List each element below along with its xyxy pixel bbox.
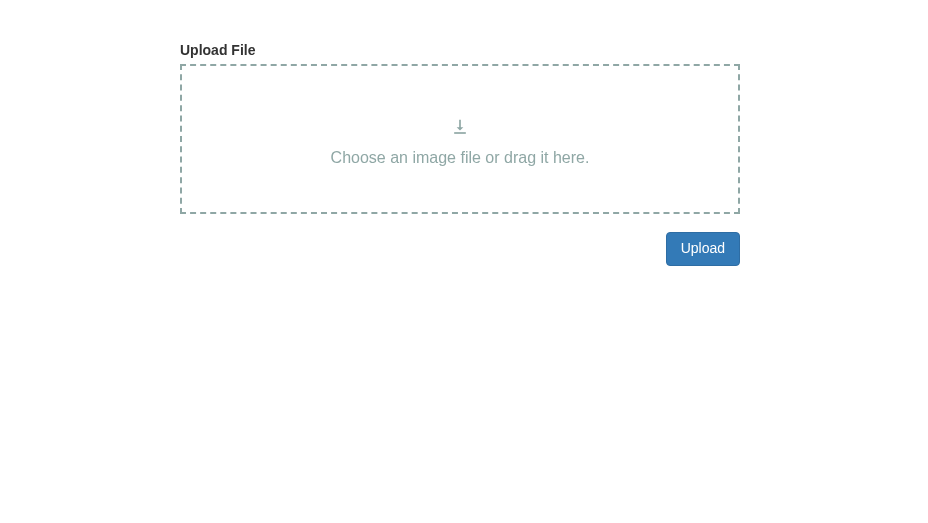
- upload-button[interactable]: Upload: [666, 232, 740, 266]
- svg-rect-0: [454, 132, 466, 134]
- download-icon: [450, 118, 470, 141]
- file-dropzone[interactable]: Choose an image file or drag it here.: [180, 64, 740, 214]
- dropzone-instruction-text: Choose an image file or drag it here.: [331, 147, 590, 169]
- upload-section-label: Upload File: [180, 42, 740, 58]
